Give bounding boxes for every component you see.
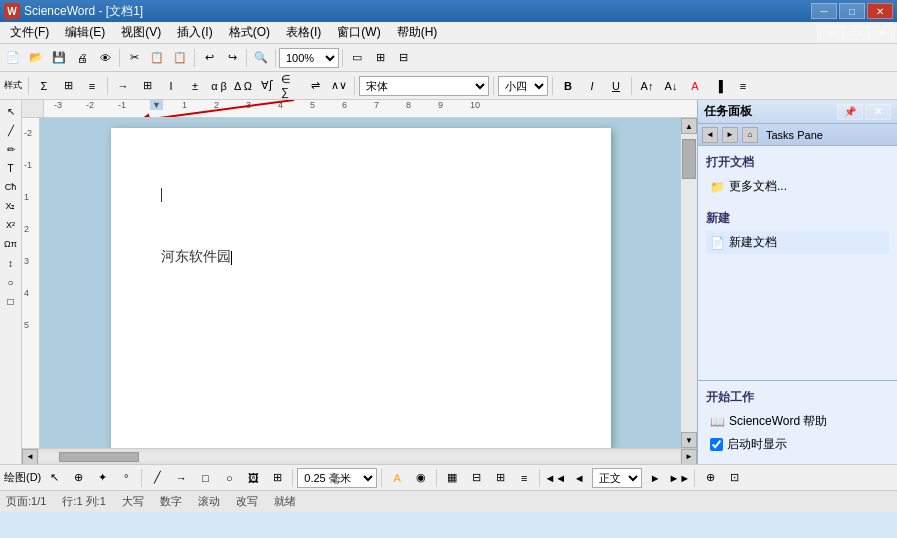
draw-next-btn[interactable]: ►► — [668, 467, 690, 489]
sigma-btn[interactable]: ∈ ∑ — [280, 75, 302, 97]
draw-merge-btn[interactable]: ⊟ — [465, 467, 487, 489]
menu-file[interactable]: 文件(F) — [2, 22, 57, 43]
draw-arrow-btn[interactable]: → — [170, 467, 192, 489]
menu-window[interactable]: 窗口(W) — [329, 22, 388, 43]
font-size-up[interactable]: A↑ — [636, 75, 658, 97]
page-text[interactable]: 河东软件园 — [161, 248, 561, 266]
special-btn2[interactable]: ⊞ — [136, 75, 158, 97]
text-style-select[interactable]: 正文 — [592, 468, 642, 488]
paste-button[interactable]: 📋 — [169, 47, 191, 69]
font-select[interactable]: 宋体 — [359, 76, 489, 96]
scroll-left-button[interactable]: ◄ — [22, 449, 38, 465]
highlight-btn[interactable]: ▐ — [708, 75, 730, 97]
draw-prev-btn[interactable]: ◄◄ — [544, 467, 566, 489]
menu-table[interactable]: 表格(I) — [278, 22, 329, 43]
view-btn2[interactable]: ⊞ — [369, 47, 391, 69]
menu-view[interactable]: 视图(V) — [113, 22, 169, 43]
pm-btn[interactable]: ± — [184, 75, 206, 97]
lbtn-chi[interactable]: Ωπ — [2, 235, 20, 253]
style-btn[interactable]: 样式 — [2, 75, 24, 97]
print-button[interactable]: 🖨 — [71, 47, 93, 69]
arrow-btn[interactable]: ⇌ — [304, 75, 326, 97]
minimize-button[interactable]: ─ — [811, 3, 837, 19]
scroll-thumb-h[interactable] — [59, 452, 139, 462]
delta-btn[interactable]: Δ Ω — [232, 75, 254, 97]
lbtn-text[interactable]: T — [2, 159, 20, 177]
more-docs-item[interactable]: 📁 更多文档... — [706, 175, 889, 198]
font-color-btn[interactable]: A — [684, 75, 706, 97]
draw-star-btn[interactable]: ✦ — [91, 467, 113, 489]
draw-split-btn[interactable]: ⊞ — [489, 467, 511, 489]
sub-restore[interactable]: ▭ — [843, 25, 869, 41]
draw-angle-btn[interactable]: ° — [115, 467, 137, 489]
size-select[interactable]: 小四 — [498, 76, 548, 96]
vertical-scrollbar[interactable]: ▲ ▼ — [681, 118, 697, 448]
bold-button[interactable]: B — [557, 75, 579, 97]
sub-close[interactable]: ✕ — [869, 25, 895, 41]
task-forward-button[interactable]: ► — [722, 127, 738, 143]
lbtn-arrow[interactable]: ↕ — [2, 254, 20, 272]
new-doc-item[interactable]: 📄 新建文档 — [706, 231, 889, 254]
line-width-select[interactable]: 0.25 毫米 — [297, 468, 377, 488]
search-button[interactable]: 🔍 — [250, 47, 272, 69]
draw-img-btn[interactable]: 🖼 — [242, 467, 264, 489]
task-pane-close[interactable]: ✕ — [865, 104, 891, 120]
menu-format[interactable]: 格式(O) — [221, 22, 278, 43]
scroll-track-v[interactable] — [681, 134, 697, 432]
preview-button[interactable]: 👁 — [94, 47, 116, 69]
alpha-btn[interactable]: α β — [208, 75, 230, 97]
task-home-button[interactable]: ⌂ — [742, 127, 758, 143]
lbtn-line[interactable]: ╱ — [2, 121, 20, 139]
lbtn-circle[interactable]: ○ — [2, 273, 20, 291]
draw-grid-btn[interactable]: ⊞ — [266, 467, 288, 489]
indent-btn[interactable]: ⊞ — [57, 75, 79, 97]
sub-minimize[interactable]: ─ — [817, 25, 843, 41]
cursor-btn[interactable]: I — [160, 75, 182, 97]
close-button[interactable]: ✕ — [867, 3, 893, 19]
maximize-button[interactable]: □ — [839, 3, 865, 19]
list-btn[interactable]: ≡ — [81, 75, 103, 97]
underline-button[interactable]: U — [605, 75, 627, 97]
lbtn-sup[interactable]: X² — [2, 216, 20, 234]
show-on-start-checkbox[interactable] — [710, 438, 723, 451]
lbtn-shape[interactable]: □ — [2, 292, 20, 310]
scroll-up-button[interactable]: ▲ — [681, 118, 697, 134]
new-button[interactable]: 📄 — [2, 47, 24, 69]
draw-select-btn[interactable]: ↖ — [43, 467, 65, 489]
task-back-button[interactable]: ◄ — [702, 127, 718, 143]
menu-insert[interactable]: 插入(I) — [169, 22, 220, 43]
copy-button[interactable]: 📋 — [146, 47, 168, 69]
scroll-thumb-v[interactable] — [682, 139, 696, 179]
draw-fit-btn[interactable]: ⊡ — [723, 467, 745, 489]
cut-button[interactable]: ✂ — [123, 47, 145, 69]
align-btn[interactable]: Σ — [33, 75, 55, 97]
save-button[interactable]: 💾 — [48, 47, 70, 69]
draw-back-btn[interactable]: ◄ — [568, 467, 590, 489]
help-item[interactable]: 📖 ScienceWord 帮助 — [706, 410, 889, 433]
show-on-start-item[interactable]: 启动时显示 — [706, 433, 889, 456]
lbtn-sub[interactable]: X₂ — [2, 197, 20, 215]
draw-oval-btn[interactable]: ○ — [218, 467, 240, 489]
align-right-btn[interactable]: ≡ — [732, 75, 754, 97]
zoom-select[interactable]: 100% — [279, 48, 339, 68]
lbtn-select[interactable]: ↖ — [2, 102, 20, 120]
view-btn3[interactable]: ⊟ — [392, 47, 414, 69]
undo-button[interactable]: ↩ — [198, 47, 220, 69]
lbtn-pen[interactable]: ✏ — [2, 140, 20, 158]
task-pane-pin[interactable]: 📌 — [837, 104, 863, 120]
scroll-down-button[interactable]: ▼ — [681, 432, 697, 448]
draw-fill-btn[interactable]: ◉ — [410, 467, 432, 489]
menu-help[interactable]: 帮助(H) — [389, 22, 446, 43]
draw-rect-btn[interactable]: □ — [194, 467, 216, 489]
scroll-right-button[interactable]: ► — [681, 449, 697, 465]
open-button[interactable]: 📂 — [25, 47, 47, 69]
draw-fwd-btn[interactable]: ► — [644, 467, 666, 489]
draw-line-btn[interactable]: ╱ — [146, 467, 168, 489]
draw-zoom-btn[interactable]: ⊕ — [699, 467, 721, 489]
lambda-btn[interactable]: ∀ʃ — [256, 75, 278, 97]
wave-btn[interactable]: ∧∨ — [328, 75, 350, 97]
draw-tbl-btn[interactable]: ▦ — [441, 467, 463, 489]
draw-align-btn[interactable]: ≡ — [513, 467, 535, 489]
scroll-track-h[interactable] — [39, 452, 680, 462]
special-btn1[interactable]: → — [112, 75, 134, 97]
